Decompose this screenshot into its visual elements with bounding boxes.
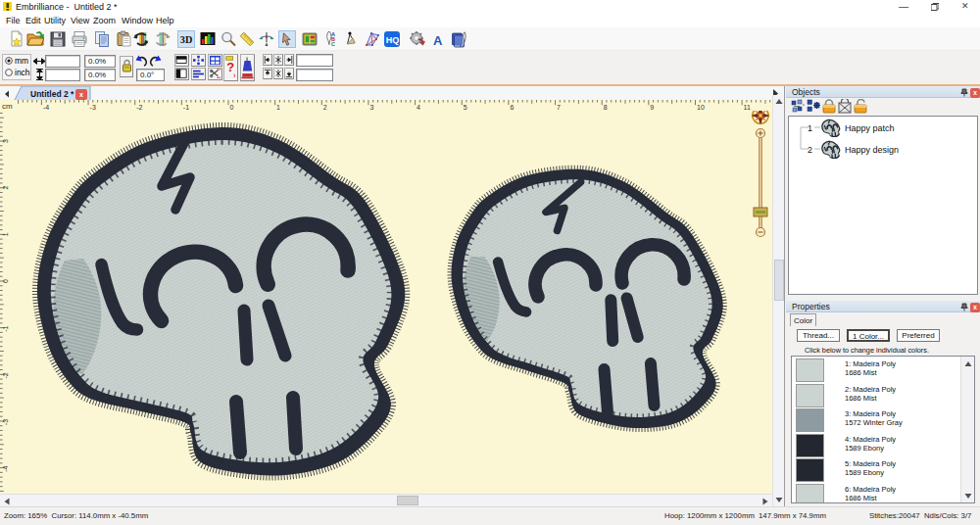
svg-text:0: 0 (2, 279, 9, 283)
svg-text:-4: -4 (2, 466, 9, 472)
svg-text:6: 6 (510, 104, 514, 111)
svg-text:-3: -3 (2, 419, 9, 425)
svg-text:7: 7 (557, 104, 561, 111)
svg-text:3D: 3D (180, 34, 193, 45)
svg-text:A: A (433, 33, 443, 48)
svg-text:?: ? (226, 60, 234, 74)
svg-text:10: 10 (697, 104, 705, 111)
svg-text:-2: -2 (136, 104, 142, 111)
svg-text:cm: cm (2, 102, 13, 111)
svg-text:8: 8 (604, 104, 608, 111)
svg-text:1: 1 (808, 123, 812, 133)
svg-text:1: 1 (2, 232, 9, 236)
svg-text:0: 0 (230, 104, 234, 111)
svg-text:9: 9 (650, 104, 654, 111)
svg-text:2: 2 (808, 145, 812, 155)
svg-text:-1: -1 (2, 326, 9, 332)
svg-text:4: 4 (416, 104, 420, 111)
svg-text:-4: -4 (43, 104, 49, 111)
svg-text:3: 3 (369, 104, 373, 111)
svg-text:-2: -2 (2, 372, 9, 378)
svg-text:C: C (331, 41, 335, 47)
svg-text:1: 1 (276, 104, 280, 111)
svg-text:-1: -1 (183, 104, 189, 111)
svg-text:2: 2 (2, 186, 9, 190)
svg-text:5: 5 (464, 104, 467, 111)
svg-text:-3: -3 (90, 104, 96, 111)
svg-text:HQ: HQ (386, 35, 400, 45)
svg-text:3: 3 (2, 139, 9, 143)
svg-text:2: 2 (323, 104, 327, 111)
svg-text:11: 11 (744, 104, 751, 111)
